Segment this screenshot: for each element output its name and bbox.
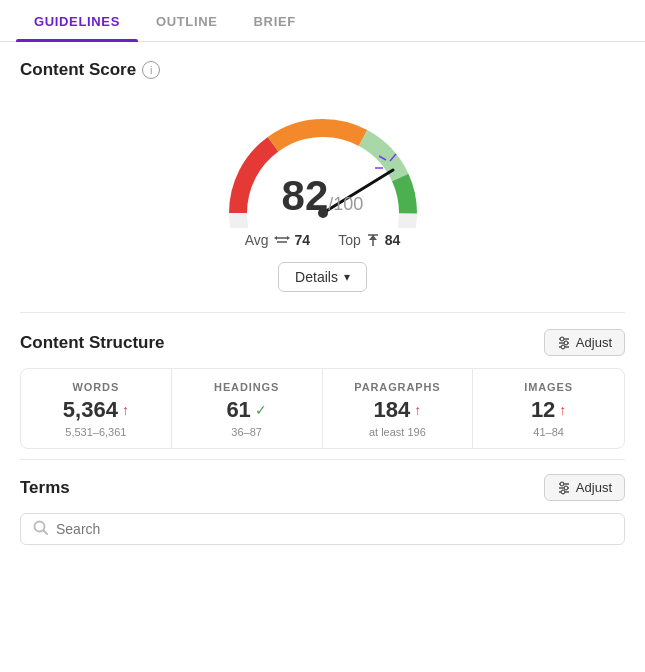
avg-label: Avg (245, 232, 269, 248)
images-value: 12 (531, 397, 555, 423)
svg-point-23 (561, 490, 565, 494)
tab-brief[interactable]: BRIEF (236, 0, 314, 41)
details-btn-container: Details ▾ (20, 248, 625, 298)
words-range: 5,531–6,361 (31, 426, 161, 438)
score-denominator: /100 (328, 194, 363, 214)
svg-point-17 (561, 345, 565, 349)
paragraphs-indicator: ↑ (414, 402, 421, 418)
words-value: 5,364 (63, 397, 118, 423)
details-button[interactable]: Details ▾ (278, 262, 367, 292)
content-score-header: Content Score i (20, 60, 625, 80)
metric-paragraphs: PARAGRAPHS 184 ↑ at least 196 (323, 369, 474, 448)
score-value: 82 (282, 172, 329, 219)
info-icon[interactable]: i (142, 61, 160, 79)
terms-title: Terms (20, 478, 70, 498)
terms-section: Terms Adjust (0, 460, 645, 553)
gauge-container: 82/100 Avg 74 Top (20, 88, 625, 248)
svg-marker-7 (274, 236, 277, 240)
svg-point-15 (560, 337, 564, 341)
svg-point-21 (560, 482, 564, 486)
top-icon (366, 232, 380, 248)
avg-icon (274, 232, 290, 248)
structure-header-row: Content Structure Adjust (20, 329, 625, 356)
headings-value: 61 (226, 397, 250, 423)
terms-search-input[interactable] (56, 521, 612, 537)
sliders-icon (557, 336, 571, 350)
headings-indicator: ✓ (255, 402, 267, 418)
terms-sliders-icon (557, 481, 571, 495)
avg-value: 74 (295, 232, 311, 248)
metric-headings: HEADINGS 61 ✓ 36–87 (172, 369, 323, 448)
top-stat: Top 84 (338, 232, 400, 248)
paragraphs-label: PARAGRAPHS (333, 381, 463, 393)
headings-label: HEADINGS (182, 381, 312, 393)
svg-point-16 (564, 341, 568, 345)
words-label: WORDS (31, 381, 161, 393)
terms-header-row: Terms Adjust (20, 474, 625, 501)
svg-line-25 (44, 531, 48, 535)
content-score-title: Content Score (20, 60, 136, 80)
svg-point-22 (564, 486, 568, 490)
headings-value-row: 61 ✓ (182, 397, 312, 423)
headings-range: 36–87 (182, 426, 312, 438)
avg-stat: Avg 74 (245, 232, 310, 248)
top-value: 84 (385, 232, 401, 248)
terms-search-box[interactable] (20, 513, 625, 545)
tab-outline[interactable]: OUTLINE (138, 0, 236, 41)
search-icon (33, 520, 48, 538)
images-value-row: 12 ↑ (483, 397, 614, 423)
metric-images: IMAGES 12 ↑ 41–84 (473, 369, 624, 448)
chevron-down-icon: ▾ (344, 270, 350, 284)
gauge-score: 82/100 (282, 172, 364, 220)
paragraphs-value: 184 (374, 397, 411, 423)
images-range: 41–84 (483, 426, 614, 438)
terms-adjust-button[interactable]: Adjust (544, 474, 625, 501)
content-score-section: Content Score i (0, 42, 645, 312)
svg-marker-6 (287, 236, 290, 240)
structure-adjust-button[interactable]: Adjust (544, 329, 625, 356)
content-structure-section: Content Structure Adjust WORDS 5,364 ↑ 5… (0, 313, 645, 459)
tab-guidelines[interactable]: GUIDELINES (16, 0, 138, 41)
content-structure-title: Content Structure (20, 333, 165, 353)
paragraphs-value-row: 184 ↑ (333, 397, 463, 423)
gauge-wrapper: 82/100 (213, 98, 433, 228)
top-label: Top (338, 232, 361, 248)
metrics-grid: WORDS 5,364 ↑ 5,531–6,361 HEADINGS 61 ✓ … (20, 368, 625, 449)
words-value-row: 5,364 ↑ (31, 397, 161, 423)
words-indicator: ↑ (122, 402, 129, 418)
gauge-stats: Avg 74 Top 84 (245, 232, 401, 248)
metric-words: WORDS 5,364 ↑ 5,531–6,361 (21, 369, 172, 448)
images-label: IMAGES (483, 381, 614, 393)
tabs-nav: GUIDELINES OUTLINE BRIEF (0, 0, 645, 42)
paragraphs-range: at least 196 (333, 426, 463, 438)
images-indicator: ↑ (559, 402, 566, 418)
